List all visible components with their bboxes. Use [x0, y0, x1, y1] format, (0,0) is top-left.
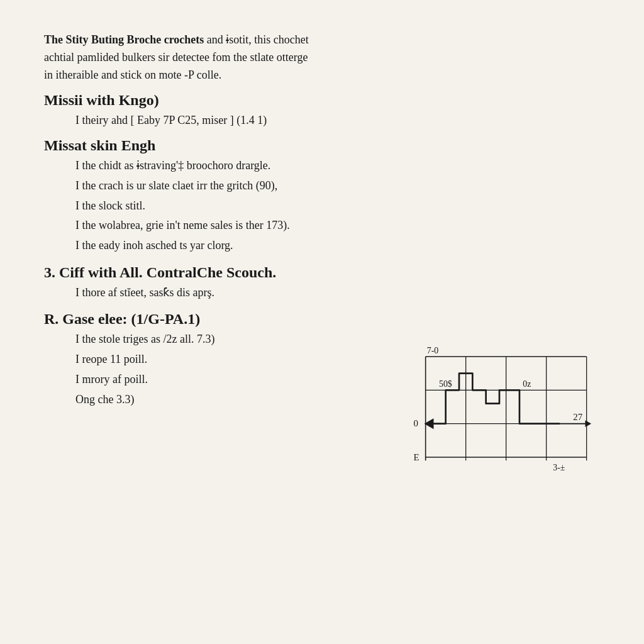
intro-rest-line1: and ɨsotit, this chochet — [204, 33, 308, 46]
diagram-label-3minus: 3-± — [553, 464, 565, 473]
diagram-label-70: 7-0 — [427, 346, 439, 355]
intro-line3: in itheraible and stick on mote -P colle… — [44, 69, 221, 81]
sectionR-item3: I mrory af poill. — [44, 370, 386, 389]
bottom-section: I the stole triges as /2z all. 7.3) I re… — [44, 330, 600, 487]
sectionR-item4: Ong che 3.3) — [44, 391, 386, 409]
section1-heading: Missii with Kngo) — [44, 92, 600, 109]
bottom-text-items: I the stole triges as /2z all. 7.3) I re… — [44, 330, 386, 410]
page: The Stity Buting Broche crochets and ɨso… — [25, 19, 619, 500]
sectionR-item2: I reope 11 poill. — [44, 350, 386, 369]
section1-item1: I theiry ahd [ Eaby 7P C25, miser ] (1.4… — [44, 111, 600, 130]
diagram-label-e: E — [413, 453, 419, 463]
section2-item2: I the crach is ur slate claet irr the gr… — [44, 177, 600, 196]
diagram-svg: 7-0 50$ 0z 27 0 E 3-± — [399, 336, 600, 484]
intro-line2: achtial pamlided bulkers sir detectee fo… — [44, 51, 308, 64]
diagram-label-0-left: 0 — [413, 418, 418, 428]
section2-item4: I the wolabrea, grie in't neme sales is … — [44, 216, 600, 235]
section2-item1: I the chidt as ɨstraving'‡ broochoro dra… — [44, 157, 600, 175]
section2-item3: I the slock stitl. — [44, 197, 600, 216]
svg-marker-11 — [586, 421, 592, 428]
diagram: 7-0 50$ 0z 27 0 E 3-± — [399, 336, 600, 487]
section3-item1: I thore af stĭeet, sasƙs dis aprş. — [44, 284, 600, 303]
sectionR-heading: R. Gase elee: (1/G-PA.1) — [44, 311, 600, 328]
section3-heading: 3. Ciff with All. ContralChe Scouch. — [44, 264, 600, 281]
diagram-label-27: 27 — [573, 413, 582, 423]
intro-bold-title: The Stity Buting Broche crochets — [44, 33, 204, 46]
section2-item5: I the eady inoh asched ts yar clorg. — [44, 236, 600, 255]
sectionR-item1: I the stole triges as /2z all. 7.3) — [44, 330, 386, 349]
diagram-label-0z: 0z — [523, 379, 531, 389]
diagram-label-50: 50$ — [439, 379, 452, 389]
section2-heading: Missat skin Engh — [44, 137, 600, 154]
intro-paragraph: The Stity Buting Broche crochets and ɨso… — [44, 31, 600, 84]
